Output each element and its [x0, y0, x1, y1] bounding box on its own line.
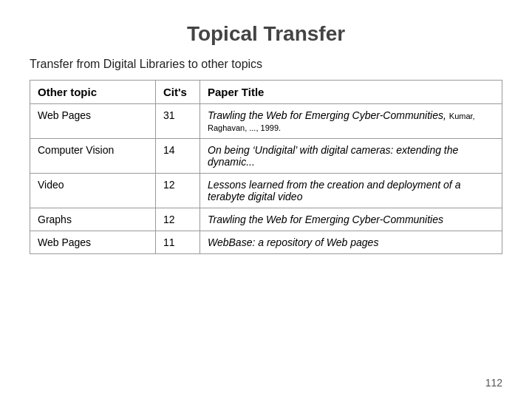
- table-row: Computer Vision14On being ‘Undigital’ wi…: [30, 139, 502, 174]
- page-title: Topical Transfer: [187, 22, 345, 46]
- cell-cits: 12: [156, 174, 200, 208]
- table-row: Video12Lessons learned from the creation…: [30, 174, 502, 208]
- table-row: Web Pages11WebBase: a repository of Web …: [30, 231, 502, 254]
- col-header-cits: Cit's: [156, 81, 200, 104]
- cell-paper: WebBase: a repository of Web pages: [200, 231, 502, 254]
- cell-topic: Computer Vision: [30, 139, 156, 174]
- col-header-topic: Other topic: [30, 81, 156, 104]
- cell-cits: 12: [156, 208, 200, 231]
- col-header-paper: Paper Title: [200, 81, 502, 104]
- page-number: 112: [485, 377, 502, 389]
- cell-cits: 31: [156, 104, 200, 139]
- data-table: Other topic Cit's Paper Title Web Pages3…: [30, 80, 502, 254]
- subtitle: Transfer from Digital Libraries to other…: [30, 58, 262, 71]
- cell-topic: Web Pages: [30, 231, 156, 254]
- table-row: Graphs12Trawling the Web for Emerging Cy…: [30, 208, 502, 231]
- cell-cits: 14: [156, 139, 200, 174]
- cell-paper: Trawling the Web for Emerging Cyber-Comm…: [200, 104, 502, 139]
- cell-cits: 11: [156, 231, 200, 254]
- cell-topic: Graphs: [30, 208, 156, 231]
- cell-paper: Lessons learned from the creation and de…: [200, 174, 502, 208]
- cell-topic: Video: [30, 174, 156, 208]
- cell-paper: On being ‘Undigital’ with digital camera…: [200, 139, 502, 174]
- table-row: Web Pages31Trawling the Web for Emerging…: [30, 104, 502, 139]
- cell-topic: Web Pages: [30, 104, 156, 139]
- cell-paper: Trawling the Web for Emerging Cyber-Comm…: [200, 208, 502, 231]
